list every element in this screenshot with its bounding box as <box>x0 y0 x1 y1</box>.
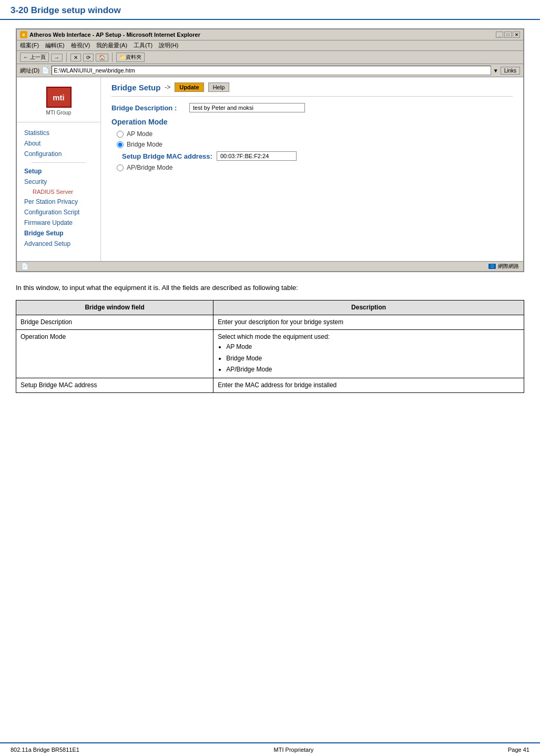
menu-edit[interactable]: 編輯(E) <box>45 42 65 49</box>
minimize-button[interactable]: _ <box>496 32 503 38</box>
sidebar-logo: mti MTI Group <box>17 82 100 122</box>
main-panel: Bridge Setup -> Update Help Bridge Descr… <box>101 77 523 261</box>
sidebar-item-about[interactable]: About <box>24 138 93 149</box>
bridge-mode-radio[interactable] <box>117 141 124 148</box>
page-header: 3-20 Bridge setup window <box>0 0 540 20</box>
sidebar-divider <box>32 162 86 163</box>
menu-view[interactable]: 檢視(V) <box>71 42 90 49</box>
browser-statusbar: 📄 🌐 網際網路 <box>17 261 523 271</box>
browser-window: e Atheros Web Interface - AP Setup - Mic… <box>16 28 524 272</box>
toolbar-separator <box>66 53 67 62</box>
titlebar-controls: _ □ ✕ <box>496 32 520 38</box>
table-row: Bridge Description Enter your descriptio… <box>16 315 524 329</box>
ap-mode-radio[interactable] <box>117 131 124 138</box>
table-cell-desc: Select which mode the equipment used: AP… <box>213 330 524 378</box>
forward-button[interactable]: → <box>51 54 63 61</box>
titlebar-left: e Atheros Web Interface - AP Setup - Mic… <box>20 31 200 38</box>
bridge-desc-row: Bridge Description : <box>111 103 513 112</box>
description-intro: In this window, to input what the equipm… <box>16 283 524 294</box>
statusbar-right: 🌐 網際網路 <box>488 263 519 270</box>
bridge-mac-input[interactable] <box>217 151 297 161</box>
back-button[interactable]: ← 上一頁 <box>20 53 49 62</box>
browser-title: Atheros Web Interface - AP Setup - Micro… <box>29 32 200 38</box>
page-header-title: 3-20 Bridge setup window <box>11 5 529 16</box>
bridge-mode-row: Bridge Mode <box>117 141 513 148</box>
dropdown-icon[interactable]: ▼ <box>493 68 498 74</box>
logo-text: mti <box>53 93 65 102</box>
table-row: Setup Bridge MAC address Enter the MAC a… <box>16 378 524 392</box>
sidebar-item-statistics[interactable]: Statistics <box>24 128 93 138</box>
bridge-mac-row: Setup Bridge MAC address: <box>122 151 513 161</box>
table-cell-field: Bridge Description <box>16 315 213 329</box>
bridge-desc-label: Bridge Description : <box>111 104 185 112</box>
table-cell-desc: Enter your description for your bridge s… <box>213 315 524 329</box>
browser-icon: e <box>20 31 27 38</box>
home-button[interactable]: 🏠 <box>96 54 108 61</box>
menu-help[interactable]: 說明(H) <box>159 42 178 49</box>
page-title-area: Bridge Setup -> Update Help <box>111 82 513 97</box>
browser-content: mti MTI Group Statistics About Configura… <box>17 77 523 261</box>
arrow-text: -> <box>165 84 170 91</box>
browser-titlebar: e Atheros Web Interface - AP Setup - Mic… <box>17 29 523 40</box>
sidebar-item-configuration[interactable]: Configuration <box>24 149 93 159</box>
table-cell-field: Operation Mode <box>16 330 213 378</box>
list-item: Bridge Mode <box>226 354 519 364</box>
bridge-desc-input[interactable] <box>189 103 305 112</box>
links-button[interactable]: Links <box>501 67 520 75</box>
footer-left: 802.11a Bridge BR5811E1 <box>11 747 79 753</box>
sidebar-item-radius[interactable]: RADIUS Server <box>24 187 93 196</box>
logo-box: mti <box>46 87 72 108</box>
sidebar-item-bridge-setup[interactable]: Bridge Setup <box>24 228 93 239</box>
operation-mode-title: Operation Mode <box>111 118 513 126</box>
stop-button[interactable]: ✕ <box>70 54 81 61</box>
table-row: Operation Mode Select which mode the equ… <box>16 330 524 378</box>
address-input[interactable] <box>52 66 491 75</box>
statusbar-icon: 📄 <box>21 263 29 270</box>
sidebar-item-per-station-privacy[interactable]: Per Station Privacy <box>24 196 93 207</box>
menu-tools[interactable]: 工具(T) <box>134 42 152 49</box>
refresh-button[interactable]: ⟳ <box>83 54 94 61</box>
description-section: In this window, to input what the equipm… <box>16 283 524 393</box>
page-icon: 📄 <box>42 67 49 74</box>
browser-addressbar: 網址(D) 📄 ▼ Links <box>17 64 523 77</box>
footer-right: Page 41 <box>508 747 529 753</box>
page-footer: 802.11a Bridge BR5811E1 MTI Proprietary … <box>0 742 540 756</box>
help-button[interactable]: Help <box>208 82 230 92</box>
statusbar-network-text: 網際網路 <box>498 263 519 270</box>
menu-file[interactable]: 檔案(F) <box>20 42 39 49</box>
main-page-title: Bridge Setup <box>111 83 160 92</box>
list-item: AP Mode <box>226 342 519 352</box>
sidebar-item-setup[interactable]: Setup <box>24 166 93 177</box>
footer-center: MTI Proprietary <box>274 747 314 753</box>
sidebar-item-config-script[interactable]: Configuration Script <box>24 207 93 218</box>
menu-favorites[interactable]: 我的最愛(A) <box>96 42 127 49</box>
sidebar-item-security[interactable]: Security <box>24 177 93 187</box>
table-cell-field: Setup Bridge MAC address <box>16 378 213 392</box>
toolbar-separator2 <box>112 53 113 62</box>
table-header-description: Description <box>213 300 524 315</box>
description-table: Bridge window field Description Bridge D… <box>16 300 524 393</box>
folder-button[interactable]: 📁資料夾 <box>116 53 145 62</box>
update-button[interactable]: Update <box>175 82 203 92</box>
ap-mode-row: AP Mode <box>117 130 513 138</box>
bridge-mac-label: Setup Bridge MAC address: <box>122 152 212 160</box>
browser-toolbar: ← 上一頁 → ✕ ⟳ 🏠 📁資料夾 <box>17 51 523 64</box>
sidebar: mti MTI Group Statistics About Configura… <box>17 77 101 261</box>
table-cell-desc: Enter the MAC address for bridge install… <box>213 378 524 392</box>
ap-mode-label: AP Mode <box>127 130 152 138</box>
apbridge-mode-label: AP/Bridge Mode <box>127 164 172 171</box>
apbridge-mode-radio[interactable] <box>117 164 124 171</box>
logo-group: MTI Group <box>46 110 72 116</box>
sidebar-section: Statistics About Configuration Setup Sec… <box>17 126 100 251</box>
sidebar-item-advanced-setup[interactable]: Advanced Setup <box>24 239 93 249</box>
list-item: AP/Bridge Mode <box>226 365 519 375</box>
close-button[interactable]: ✕ <box>513 32 520 38</box>
bridge-mode-label: Bridge Mode <box>127 141 162 148</box>
sidebar-item-firmware-update[interactable]: Firmware Update <box>24 218 93 228</box>
browser-menubar: 檔案(F) 編輯(E) 檢視(V) 我的最愛(A) 工具(T) 說明(H) <box>17 40 523 51</box>
apbridge-mode-row: AP/Bridge Mode <box>117 164 513 171</box>
table-header-field: Bridge window field <box>16 300 213 315</box>
network-icon: 🌐 <box>488 264 496 269</box>
restore-button[interactable]: □ <box>504 32 512 38</box>
address-label: 網址(D) <box>20 67 39 75</box>
